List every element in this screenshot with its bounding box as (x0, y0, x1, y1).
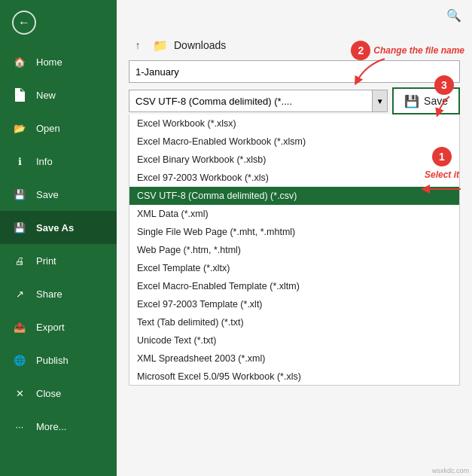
format-dropdown-list[interactable]: Excel Workbook (*.xlsx)Excel Macro-Enabl… (129, 114, 460, 386)
save-btn-icon: 💾 (404, 94, 419, 108)
dropdown-item-csvutf8[interactable]: CSV UTF-8 (Comma delimited) (*.csv) (129, 187, 459, 205)
app-container: ← 🏠 Home New 📂 Open (0, 0, 472, 476)
save-as-icon: 💾 (12, 220, 27, 235)
format-selected-label: CSV UTF-8 (Comma delimited) (*.... (136, 96, 372, 107)
sidebar-label-share: Share (36, 288, 62, 300)
more-icon: ··· (12, 419, 27, 434)
search-button[interactable]: 🔍 (442, 3, 466, 27)
sidebar-item-save-as[interactable]: 💾 Save As (0, 211, 117, 244)
filename-input[interactable] (129, 60, 460, 83)
sidebar-label-info: Info (36, 156, 53, 167)
sidebar-item-save[interactable]: 💾 Save (0, 178, 117, 211)
sidebar-item-share[interactable]: ↗ Share (0, 277, 117, 310)
sidebar-item-publish[interactable]: 🌐 Publish (0, 343, 117, 377)
current-path: Downloads (174, 39, 226, 51)
folder-icon: 📁 (153, 38, 168, 53)
breadcrumb-row: ↑ 📁 Downloads (129, 36, 460, 54)
dropdown-item-xlsm[interactable]: Excel Macro-Enabled Workbook (*.xlsm) (129, 133, 459, 151)
file-browser: ↑ 📁 Downloads CSV UTF-8 (Comma delimited… (117, 30, 472, 392)
sidebar-item-info[interactable]: ℹ Info (0, 145, 117, 178)
dropdown-item-xls97[interactable]: Excel 97-2003 Workbook (*.xls) (129, 169, 459, 187)
format-dropdown[interactable]: CSV UTF-8 (Comma delimited) (*.... ▼ (129, 90, 388, 112)
export-icon: 📤 (12, 319, 27, 334)
main-content: 🔍 ↑ 📁 Downloads CSV UTF-8 (Comma delimit… (117, 0, 472, 476)
print-icon: 🖨 (12, 253, 27, 268)
title-bar: 🔍 (117, 0, 472, 30)
dropdown-item-xltm[interactable]: Excel Macro-Enabled Template (*.xltm) (129, 277, 459, 295)
dropdown-item-mhtml[interactable]: Single File Web Page (*.mht, *.mhtml) (129, 223, 459, 241)
home-icon: 🏠 (12, 54, 27, 69)
sidebar-item-close[interactable]: ✕ Close (0, 377, 117, 410)
sidebar-label-publish: Publish (36, 355, 69, 366)
close-icon: ✕ (12, 386, 27, 401)
format-select-wrapper: CSV UTF-8 (Comma delimited) (*.... ▼ (129, 90, 388, 112)
sidebar-label-open: Open (36, 123, 60, 134)
save-icon: 💾 (12, 187, 27, 202)
sidebar-label-close: Close (36, 388, 61, 399)
watermark: wsxkdc.com (432, 467, 469, 474)
new-icon (12, 87, 27, 102)
info-icon: ℹ (12, 154, 27, 169)
dropdown-item-txt[interactable]: Text (Tab delimited) (*.txt) (129, 313, 459, 331)
filename-row (129, 60, 460, 83)
up-arrow-button[interactable]: ↑ (129, 36, 147, 54)
dropdown-item-xlsb[interactable]: Excel Binary Workbook (*.xlsb) (129, 151, 459, 169)
dropdown-item-xlsx[interactable]: Excel Workbook (*.xlsx) (129, 114, 459, 133)
dropdown-item-xlt[interactable]: Excel 97-2003 Template (*.xlt) (129, 295, 459, 313)
open-icon: 📂 (12, 121, 27, 136)
sidebar: ← 🏠 Home New 📂 Open (0, 0, 117, 476)
dropdown-arrow-icon[interactable]: ▼ (372, 90, 387, 111)
dropdown-item-xml[interactable]: XML Data (*.xml) (129, 205, 459, 223)
dropdown-item-xltx[interactable]: Excel Template (*.xltx) (129, 259, 459, 277)
sidebar-item-print[interactable]: 🖨 Print (0, 244, 117, 277)
format-row: CSV UTF-8 (Comma delimited) (*.... ▼ 💾 S… (129, 87, 460, 114)
save-btn-label: Save (424, 95, 448, 107)
back-button-area[interactable]: ← (0, 0, 117, 45)
sidebar-item-home[interactable]: 🏠 Home (0, 45, 117, 78)
sidebar-label-save: Save (36, 189, 59, 200)
sidebar-label-new: New (36, 90, 56, 101)
sidebar-item-more[interactable]: ··· More... (0, 410, 117, 443)
sidebar-label-more: More... (36, 421, 66, 432)
publish-icon: 🌐 (12, 352, 27, 368)
sidebar-item-open[interactable]: 📂 Open (0, 111, 117, 145)
sidebar-label-print: Print (36, 255, 56, 267)
share-icon: ↗ (12, 286, 27, 301)
sidebar-item-export[interactable]: 📤 Export (0, 310, 117, 343)
dropdown-item-html[interactable]: Web Page (*.htm, *.html) (129, 241, 459, 259)
dropdown-item-unicode[interactable]: Unicode Text (*.txt) (129, 331, 459, 349)
sidebar-label-save-as: Save As (36, 222, 74, 233)
sidebar-item-new[interactable]: New (0, 78, 117, 111)
back-button[interactable]: ← (12, 11, 36, 35)
dropdown-item-xmlss[interactable]: XML Spreadsheet 2003 (*.xml) (129, 349, 459, 368)
save-button[interactable]: 💾 Save (392, 87, 460, 114)
sidebar-label-export: Export (36, 322, 65, 333)
sidebar-label-home: Home (36, 56, 62, 68)
dropdown-item-xls5[interactable]: Microsoft Excel 5.0/95 Workbook (*.xls) (129, 368, 459, 386)
sidebar-nav: 🏠 Home New 📂 Open ℹ Info (0, 45, 117, 476)
